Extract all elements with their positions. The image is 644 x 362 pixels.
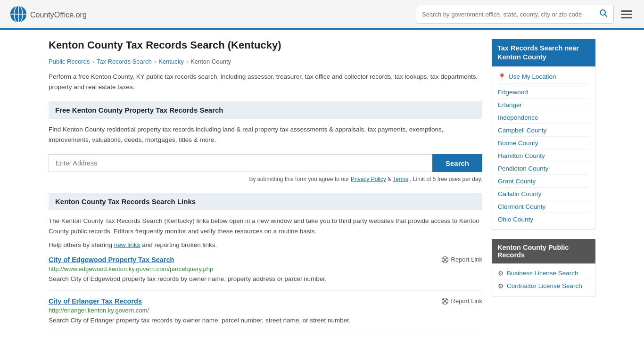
list-item: Ohio County (498, 213, 589, 225)
public-records-section: Kenton County Public Records ⚙ Business … (492, 239, 595, 296)
sidebar-link[interactable]: Grant County (498, 178, 536, 185)
breadcrumb-kenton-county: Kenton County (190, 58, 231, 65)
share-text: Help others by sharing new links and rep… (49, 241, 482, 248)
hamburger-line (621, 14, 632, 15)
logo-icon (9, 5, 27, 23)
site-header: CountyOffice.org (0, 0, 644, 30)
links-description: The Kenton County Tax Records Search (Ke… (49, 216, 482, 236)
link-title[interactable]: City of Erlanger Tax Records (49, 297, 142, 305)
address-search-area: Search By submitting this form you agree… (49, 154, 482, 182)
property-search-description: Find Kenton County residential property … (49, 124, 482, 145)
report-icon (441, 256, 449, 263)
header-search-area (416, 5, 635, 24)
breadcrumb-kentucky[interactable]: Kentucky (158, 58, 183, 65)
public-records-header: Kenton County Public Records (492, 239, 595, 263)
sidebar: Tax Records Search near Kenton County 📍 … (492, 39, 595, 339)
sidebar-link[interactable]: Erlanger (498, 101, 522, 108)
list-item: Edgewood (498, 86, 589, 99)
form-disclaimer: By submitting this form you agree to our… (49, 176, 482, 182)
gear-icon: ⚙ (498, 282, 504, 290)
use-my-location-link[interactable]: Use My Location (509, 73, 556, 80)
breadcrumb-tax-records-search[interactable]: Tax Records Search (97, 58, 152, 65)
pin-icon: 📍 (498, 73, 506, 81)
link-description: Search City of Edgewood property tax rec… (49, 274, 482, 284)
link-url: http://www.edgewood.kenton.ky.govern.com… (49, 265, 482, 272)
list-item: Hamilton County (498, 149, 589, 162)
link-item: City of Erlanger Tax Records Report Link… (49, 297, 482, 332)
privacy-policy-link[interactable]: Privacy Policy (351, 176, 386, 182)
list-item: Pendleton County (498, 162, 589, 175)
list-item: Grant County (498, 175, 589, 188)
nearby-section-body: 📍 Use My Location Edgewood Erlanger Inde… (492, 66, 595, 230)
address-search-row: Search (49, 154, 482, 172)
new-links-link[interactable]: new links (114, 241, 140, 248)
link-title[interactable]: City of Edgewood Property Tax Search (49, 256, 174, 263)
sidebar-link[interactable]: Independence (498, 114, 538, 121)
svg-line-6 (605, 15, 607, 17)
business-license-link[interactable]: Business License Search (507, 270, 578, 277)
breadcrumb-public-records[interactable]: Public Records (49, 58, 90, 65)
main-content: Kenton County Tax Records Search (Kentuc… (49, 39, 482, 339)
report-link-button[interactable]: Report Link (441, 297, 482, 305)
breadcrumb: Public Records › Tax Records Search › Ke… (49, 58, 482, 65)
sidebar-link[interactable]: Ohio County (498, 216, 533, 223)
public-records-list: ⚙ Business License Search ⚙ Contractor L… (498, 267, 589, 292)
property-search-section-header: Free Kenton County Property Tax Records … (49, 101, 482, 119)
link-description: Search City of Erlanger property tax rec… (49, 316, 482, 325)
nearby-links-list: Edgewood Erlanger Independence Campbell … (498, 86, 589, 225)
sidebar-link[interactable]: Clermont County (498, 203, 545, 210)
list-item: Campbell County (498, 124, 589, 137)
main-container: Kenton County Tax Records Search (Kentuc… (39, 30, 605, 348)
global-search-bar (416, 5, 614, 24)
public-records-body: ⚙ Business License Search ⚙ Contractor L… (492, 263, 595, 296)
sidebar-link[interactable]: Boone County (498, 140, 538, 147)
list-item: Independence (498, 111, 589, 124)
sidebar-link[interactable]: Gallatin County (498, 190, 541, 197)
sidebar-link[interactable]: Pendleton County (498, 165, 548, 172)
page-title: Kenton County Tax Records Search (Kentuc… (49, 39, 482, 51)
gear-icon: ⚙ (498, 270, 504, 277)
sidebar-link[interactable]: Edgewood (498, 89, 528, 96)
sidebar-link[interactable]: Hamilton County (498, 152, 545, 159)
list-item: ⚙ Business License Search (498, 267, 589, 280)
hamburger-menu-button[interactable] (619, 8, 635, 21)
link-url: http://erlanger.kenton.ky.govern.com/ (49, 307, 482, 314)
report-icon (441, 297, 449, 305)
nearby-section: Tax Records Search near Kenton County 📍 … (492, 39, 595, 230)
address-input[interactable] (49, 154, 432, 172)
hamburger-line (621, 17, 632, 18)
global-search-button[interactable] (594, 5, 613, 23)
sidebar-link[interactable]: Campbell County (498, 127, 547, 134)
contractor-license-link[interactable]: Contractor License Search (507, 282, 582, 289)
logo: CountyOffice.org (9, 5, 87, 23)
list-item: Erlanger (498, 99, 589, 111)
terms-link[interactable]: Terms (393, 176, 408, 182)
search-icon (599, 9, 608, 17)
report-link-button[interactable]: Report Link (441, 256, 482, 263)
global-search-input[interactable] (416, 7, 594, 22)
address-search-button[interactable]: Search (432, 154, 482, 172)
logo-text: CountyOffice.org (30, 9, 87, 20)
list-item: Boone County (498, 137, 589, 149)
list-item: ⚙ Contractor License Search (498, 280, 589, 292)
page-description: Perform a free Kenton County, KY public … (49, 72, 482, 92)
links-section-header: Kenton County Tax Records Search Links (49, 193, 482, 210)
link-item: City of Edgewood Property Tax Search Rep… (49, 256, 482, 291)
hamburger-line (621, 10, 632, 12)
links-section: Kenton County Tax Records Search Links T… (49, 193, 482, 332)
nearby-section-header: Tax Records Search near Kenton County (492, 39, 595, 66)
use-location: 📍 Use My Location (498, 70, 589, 84)
list-item: Gallatin County (498, 188, 589, 200)
list-item: Clermont County (498, 200, 589, 213)
